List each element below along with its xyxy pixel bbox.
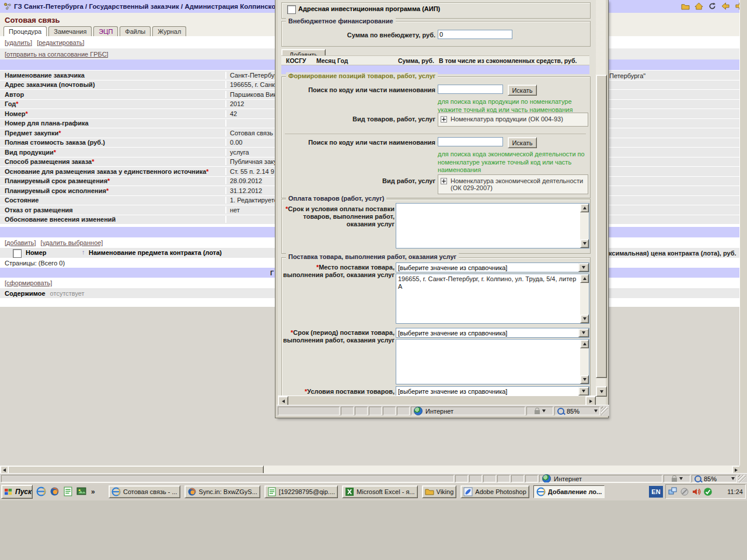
- place-select[interactable]: [выберите значение из справочника]: [396, 262, 589, 272]
- dropdown-icon[interactable]: [578, 263, 589, 272]
- works-search-input[interactable]: [438, 137, 503, 146]
- goods-tree[interactable]: Номенклатура продукции (ОК 004-93): [438, 113, 588, 127]
- period-label: Срок (период) поставки товара, выполнени…: [283, 329, 395, 344]
- textarea-scrollbar[interactable]: [580, 204, 589, 248]
- home-icon[interactable]: [694, 2, 703, 10]
- kosgu-table-header: КОСГУМесяцГодСумма, руб.В том числе из с…: [281, 55, 589, 65]
- lots-col-name[interactable]: Наименование предмета контракта (лота): [89, 249, 222, 256]
- zone-pane: Интернет: [539, 475, 662, 482]
- field-value: 31.12.2012: [226, 187, 262, 194]
- required-asterisk: *: [58, 130, 61, 136]
- textarea-scrollbar[interactable]: [580, 340, 589, 384]
- tab[interactable]: ЭЦП: [93, 26, 118, 37]
- place-textarea[interactable]: 196655, г. Санкт-Петербург, г. Колпино, …: [396, 274, 589, 324]
- expand-icon[interactable]: [441, 178, 447, 184]
- firefox-icon[interactable]: [50, 487, 60, 496]
- period-textarea[interactable]: [396, 339, 589, 384]
- goods-search-input[interactable]: [438, 85, 503, 94]
- lots-col-price-fragment: ксимальная) цена контракта (лота), руб.: [609, 250, 736, 257]
- security-pane[interactable]: [526, 407, 553, 415]
- required-asterisk: *: [92, 158, 94, 165]
- network-icon[interactable]: [668, 487, 678, 496]
- refresh-icon[interactable]: [708, 2, 717, 10]
- dialog-horizontal-scrollbar[interactable]: [278, 396, 596, 405]
- field-label: Наименование заказчика: [5, 72, 85, 79]
- expand-icon[interactable]: [441, 116, 447, 123]
- ie-icon[interactable]: [36, 487, 46, 496]
- resize-grip[interactable]: [738, 475, 746, 482]
- add-lot-link[interactable]: [добавить]: [5, 239, 36, 246]
- task-button[interactable]: Добавление ло...: [533, 485, 605, 498]
- edit-link[interactable]: [редактировать]: [37, 39, 84, 46]
- tab[interactable]: Файлы: [120, 26, 151, 37]
- folder-icon: [425, 487, 434, 496]
- zoom-pane[interactable]: 85%: [554, 407, 600, 415]
- budget-legend: Внебюджетное финансирование: [286, 18, 396, 24]
- field-value: Ст. 55 п. 2.14 9: [226, 168, 274, 175]
- firefox-icon: [187, 487, 197, 496]
- period-select[interactable]: [выберите значение из справочника]: [396, 328, 589, 338]
- back-icon[interactable]: [721, 2, 730, 10]
- delete-link[interactable]: [удалить]: [5, 39, 32, 46]
- language-indicator[interactable]: EN: [649, 486, 663, 498]
- budget-sum-input[interactable]: [438, 30, 512, 39]
- tab[interactable]: Журнал: [152, 26, 186, 37]
- task-button[interactable]: Sync.in: BxwZGyS...: [184, 485, 260, 498]
- scroll-down-icon[interactable]: [596, 386, 607, 397]
- status-pane: [455, 475, 468, 482]
- main-vertical-scrollbar[interactable]: [739, 0, 747, 466]
- send-approval-link[interactable]: [отправить на согласование ГРБС]: [5, 51, 109, 58]
- field-label: Номер: [5, 110, 26, 117]
- resize-grip[interactable]: [601, 407, 608, 415]
- task-button[interactable]: Viking: [422, 485, 457, 498]
- remove-lot-link[interactable]: [удалить выбранное]: [41, 239, 103, 246]
- task-button[interactable]: Adobe Photoshop: [460, 485, 529, 498]
- dialog-vertical-scrollbar[interactable]: [596, 0, 606, 396]
- scroll-down-icon[interactable]: [580, 375, 589, 384]
- textarea-scrollbar[interactable]: [580, 274, 589, 323]
- tab[interactable]: Замечания: [48, 26, 92, 37]
- task-button[interactable]: Сотовая связь - ...: [109, 485, 180, 498]
- qip-icon[interactable]: [63, 487, 73, 496]
- antivirus-icon[interactable]: [703, 487, 713, 496]
- payment-terms-textarea[interactable]: [396, 203, 589, 249]
- scroll-down-icon[interactable]: [580, 314, 589, 323]
- dropdown-icon[interactable]: [578, 387, 589, 396]
- start-button[interactable]: Пуск: [1, 485, 33, 499]
- zoom-pane[interactable]: 85%: [692, 475, 737, 482]
- scroll-up-icon[interactable]: [580, 340, 589, 348]
- lots-col-number[interactable]: Номер: [26, 249, 47, 256]
- dropdown-icon[interactable]: [578, 328, 589, 337]
- sort-asc-icon[interactable]: ↑: [82, 249, 85, 256]
- goods-tree-label[interactable]: Номенклатура продукции (ОК 004-93): [451, 116, 563, 123]
- generate-link[interactable]: [сформировать]: [5, 279, 52, 286]
- aip-checkbox[interactable]: [287, 5, 296, 14]
- task-button[interactable]: Microsoft Excel - я...: [342, 485, 417, 498]
- folder-icon[interactable]: [681, 2, 690, 10]
- works-tree[interactable]: Номенклатура экономической деятельности …: [438, 174, 588, 194]
- task-label: Добавление ло...: [548, 488, 602, 495]
- overflow-chevron[interactable]: »: [91, 488, 95, 496]
- dialog-vscroll-thumb[interactable]: [596, 75, 607, 378]
- task-button[interactable]: [192298795@qip....: [264, 485, 338, 498]
- task-label: Sync.in: BxwZGyS...: [199, 488, 257, 495]
- status-pane: [278, 407, 340, 415]
- select-all-checkbox[interactable]: [13, 249, 22, 258]
- goods-search-button[interactable]: Искать: [508, 85, 537, 96]
- mute-icon[interactable]: [680, 487, 689, 496]
- works-search-button[interactable]: Искать: [508, 137, 537, 148]
- security-pane[interactable]: [664, 475, 690, 482]
- clock[interactable]: 11:24: [727, 488, 743, 495]
- scroll-up-icon[interactable]: [580, 204, 589, 212]
- volume-icon[interactable]: [692, 487, 701, 496]
- scroll-down-icon[interactable]: [580, 239, 589, 248]
- magnifier-icon: [694, 475, 701, 482]
- works-tree-label[interactable]: Номенклатура экономической деятельности …: [451, 177, 585, 191]
- field-value: 42: [226, 110, 237, 117]
- scroll-up-icon[interactable]: [580, 274, 589, 283]
- field-value: 0.00: [226, 139, 242, 146]
- field-label: Обоснование внесения изменений: [5, 216, 116, 223]
- image-viewer-icon[interactable]: [76, 487, 86, 496]
- terms-select[interactable]: [выберите значение из справочника]: [396, 386, 589, 396]
- content-label: Содержимое: [5, 290, 46, 297]
